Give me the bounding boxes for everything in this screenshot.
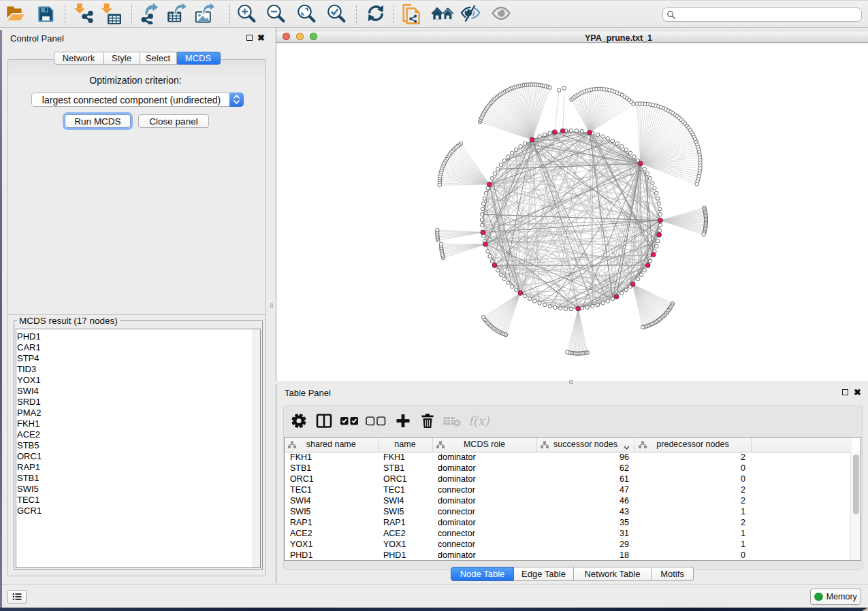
- float-panel-icon[interactable]: [842, 389, 848, 395]
- mcds-result-item[interactable]: PMA2: [17, 408, 260, 418]
- search-input[interactable]: [676, 10, 861, 20]
- table-row[interactable]: SWI5SWI5connector431: [285, 506, 852, 517]
- tab-node-table[interactable]: Node Table: [451, 567, 514, 581]
- cell-mcds-role[interactable]: dominator: [432, 550, 536, 561]
- mcds-result-item[interactable]: SRD1: [17, 397, 260, 408]
- cell-shared-name[interactable]: PHD1: [285, 550, 378, 561]
- table-row[interactable]: ORC1ORC1dominator610: [285, 474, 852, 484]
- cell-predecessor-nodes[interactable]: 1: [634, 539, 751, 550]
- mcds-result-item[interactable]: ACE2: [17, 429, 260, 440]
- table-row[interactable]: RAP1RAP1dominator352: [285, 517, 852, 528]
- cell-shared-name[interactable]: ACE2: [285, 528, 378, 539]
- cell-mcds-role[interactable]: connector: [432, 528, 536, 539]
- cell-shared-name[interactable]: FKH1: [285, 452, 378, 463]
- cell-predecessor-nodes[interactable]: 0: [634, 463, 751, 474]
- close-panel-icon[interactable]: ✖: [257, 33, 265, 42]
- close-panel-button[interactable]: Close panel: [138, 114, 209, 128]
- cell-successor-nodes[interactable]: 29: [536, 539, 634, 550]
- tab-motifs[interactable]: Motifs: [652, 567, 694, 581]
- cell-name[interactable]: SWI5: [378, 506, 432, 517]
- gear-icon[interactable]: [291, 414, 306, 431]
- tab-network-table[interactable]: Network Table: [574, 567, 652, 581]
- cell-successor-nodes[interactable]: 47: [536, 484, 634, 495]
- cell-name[interactable]: ORC1: [378, 474, 432, 484]
- run-mcds-button[interactable]: Run MCDS: [65, 114, 131, 128]
- cell-shared-name[interactable]: YOX1: [285, 539, 378, 550]
- close-panel-icon[interactable]: ✖: [854, 388, 861, 397]
- table-row[interactable]: STB1STB1dominator620: [285, 463, 852, 474]
- mcds-result-item[interactable]: SWI5: [17, 484, 260, 495]
- import-network-icon[interactable]: [73, 2, 95, 26]
- network-canvas[interactable]: [276, 44, 868, 381]
- cell-name[interactable]: YOX1: [378, 539, 432, 550]
- duplicate-network-icon[interactable]: [402, 2, 421, 27]
- cell-mcds-role[interactable]: connector: [432, 506, 536, 517]
- tab-network[interactable]: Network: [54, 52, 104, 65]
- vertical-splitter[interactable]: [269, 28, 276, 583]
- criterion-dropdown[interactable]: largest connected component (undirected): [31, 93, 244, 107]
- cell-successor-nodes[interactable]: 35: [536, 517, 634, 528]
- eye-icon[interactable]: [492, 5, 511, 22]
- tab-select[interactable]: Select: [140, 52, 177, 65]
- table-row[interactable]: PHD1PHD1dominator180: [285, 550, 852, 561]
- table-row[interactable]: FKH1FKH1dominator962: [285, 452, 852, 463]
- tab-mcds[interactable]: MCDS: [177, 52, 221, 65]
- cell-predecessor-nodes[interactable]: 1: [634, 528, 751, 539]
- column-header-MCDS-role[interactable]: MCDS role: [432, 437, 536, 452]
- checked-boxes-icon[interactable]: [340, 416, 359, 429]
- cell-successor-nodes[interactable]: 96: [536, 452, 634, 463]
- network-titlebar[interactable]: YPA_prune.txt_1: [276, 31, 868, 43]
- cell-mcds-role[interactable]: connector: [432, 539, 536, 550]
- cell-name[interactable]: FKH1: [378, 452, 432, 463]
- cell-shared-name[interactable]: TEC1: [285, 484, 378, 495]
- cell-name[interactable]: ACE2: [378, 528, 432, 539]
- mcds-result-item[interactable]: STP4: [17, 353, 260, 364]
- hide-eye-icon[interactable]: [460, 3, 481, 25]
- mcds-result-item[interactable]: FKH1: [17, 418, 260, 429]
- cell-predecessor-nodes[interactable]: 0: [634, 550, 751, 561]
- mcds-result-item[interactable]: TEC1: [17, 495, 260, 506]
- refresh-icon[interactable]: [366, 3, 386, 25]
- cell-mcds-role[interactable]: dominator: [432, 495, 536, 506]
- mcds-result-item[interactable]: STB5: [17, 440, 260, 451]
- cell-shared-name[interactable]: SWI5: [285, 506, 378, 517]
- cell-predecessor-nodes[interactable]: 2: [634, 452, 751, 463]
- cell-shared-name[interactable]: ORC1: [285, 474, 378, 484]
- mcds-result-item[interactable]: TID3: [17, 364, 260, 375]
- cell-successor-nodes[interactable]: 46: [536, 495, 634, 506]
- zoom-in-icon[interactable]: [236, 3, 257, 25]
- cell-name[interactable]: SWI4: [378, 495, 432, 506]
- table-row[interactable]: TEC1TEC1connector472: [285, 484, 852, 495]
- open-folder-icon[interactable]: [5, 4, 26, 24]
- float-panel-icon[interactable]: [246, 35, 253, 41]
- cell-mcds-role[interactable]: dominator: [432, 452, 536, 463]
- table-row[interactable]: ACE2ACE2connector311: [285, 528, 852, 539]
- tab-edge-table[interactable]: Edge Table: [514, 567, 574, 581]
- cell-successor-nodes[interactable]: 61: [536, 474, 634, 484]
- tab-style[interactable]: Style: [104, 52, 140, 65]
- cell-predecessor-nodes[interactable]: 1: [634, 506, 751, 517]
- cell-predecessor-nodes[interactable]: 2: [634, 495, 751, 506]
- table-row[interactable]: SWI4SWI4dominator462: [285, 495, 852, 506]
- column-header-shared-name[interactable]: shared name: [285, 437, 378, 452]
- cell-mcds-role[interactable]: dominator: [432, 463, 536, 474]
- cell-predecessor-nodes[interactable]: 0: [634, 474, 751, 484]
- cell-name[interactable]: STB1: [378, 463, 432, 474]
- mcds-result-item[interactable]: YOX1: [17, 375, 260, 386]
- cell-mcds-role[interactable]: dominator: [432, 474, 536, 484]
- export-table-icon[interactable]: [165, 2, 189, 26]
- cell-successor-nodes[interactable]: 62: [536, 463, 634, 474]
- columns-icon[interactable]: [315, 413, 333, 431]
- column-header-name[interactable]: name: [378, 437, 432, 452]
- cell-successor-nodes[interactable]: 18: [536, 550, 634, 561]
- cell-mcds-role[interactable]: connector: [432, 484, 536, 495]
- zoom-fit-icon[interactable]: [296, 3, 317, 25]
- task-history-button[interactable]: [7, 590, 27, 604]
- delete-icon[interactable]: [420, 413, 435, 431]
- table-row[interactable]: YOX1YOX1connector291: [285, 539, 852, 550]
- mcds-result-item[interactable]: ORC1: [17, 451, 260, 462]
- splitter-grip-icon[interactable]: [270, 303, 273, 308]
- mcds-result-item[interactable]: CAR1: [17, 342, 260, 353]
- column-header-predecessor-nodes[interactable]: predecessor nodes: [634, 437, 751, 452]
- zoom-selected-icon[interactable]: [326, 3, 347, 25]
